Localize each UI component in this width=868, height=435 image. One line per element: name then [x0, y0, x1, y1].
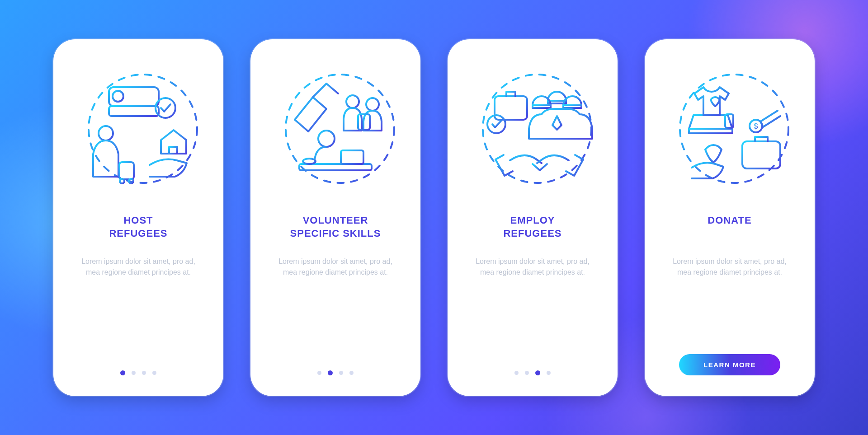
donate-icon: $: [662, 61, 797, 196]
screen-title: VOLUNTEER SPECIFIC SKILLS: [290, 214, 381, 241]
cta-footer: LEARN MORE: [645, 354, 815, 375]
svg-point-0: [89, 75, 197, 183]
dot[interactable]: [547, 371, 551, 375]
dot[interactable]: [142, 371, 146, 375]
svg-rect-26: [533, 105, 551, 108]
svg-point-24: [487, 115, 505, 133]
dot[interactable]: [132, 371, 136, 375]
pagination-dots: [53, 370, 223, 375]
onboarding-screen-host: HOST REFUGEES Lorem ipsum dolor sit amet…: [53, 39, 223, 396]
dot[interactable]: [514, 371, 519, 375]
screen-title: DONATE: [708, 214, 751, 241]
screen-title: EMPLOY REFUGEES: [503, 214, 561, 241]
screen-description: Lorem ipsum dolor sit amet, pro ad, mea …: [666, 256, 793, 279]
onboarding-screen-employ: EMPLOY REFUGEES Lorem ipsum dolor sit am…: [448, 39, 618, 396]
svg-point-11: [120, 179, 124, 183]
svg-point-20: [303, 159, 316, 164]
onboarding-screen-donate: $ DONATE Lorem ipsum dolor sit amet, pro…: [645, 39, 815, 396]
dot[interactable]: [339, 371, 343, 375]
onboarding-screen-volunteer: VOLUNTEER SPECIFIC SKILLS Lorem ipsum do…: [250, 39, 420, 396]
svg-rect-27: [563, 105, 581, 108]
learn-more-button[interactable]: LEARN MORE: [679, 354, 780, 375]
host-refugees-icon: [71, 61, 206, 196]
svg-point-17: [318, 131, 335, 147]
svg-point-5: [113, 91, 123, 102]
screen-description: Lorem ipsum dolor sit amet, pro ad, mea …: [272, 256, 399, 279]
svg-rect-9: [119, 162, 134, 179]
svg-rect-19: [341, 150, 363, 164]
screen-description: Lorem ipsum dolor sit amet, pro ad, mea …: [469, 256, 596, 279]
dot[interactable]: [120, 370, 125, 375]
svg-text:$: $: [754, 122, 758, 130]
screen-title: HOST REFUGEES: [109, 214, 167, 241]
svg-rect-7: [169, 147, 177, 154]
pagination-dots: [250, 370, 420, 375]
svg-rect-18: [299, 164, 372, 170]
svg-rect-1: [109, 87, 159, 106]
svg-point-15: [366, 98, 379, 111]
dot[interactable]: [317, 371, 321, 375]
dot[interactable]: [349, 371, 354, 375]
svg-rect-29: [689, 129, 732, 133]
dot[interactable]: [328, 370, 333, 375]
dot[interactable]: [152, 371, 156, 375]
svg-point-14: [346, 95, 359, 108]
employ-refugees-icon: [465, 61, 600, 196]
dot[interactable]: [535, 370, 540, 375]
svg-point-13: [286, 75, 394, 183]
pagination-dots: [448, 370, 618, 375]
screen-description: Lorem ipsum dolor sit amet, pro ad, mea …: [75, 256, 202, 279]
volunteer-skills-icon: [268, 61, 403, 196]
svg-rect-2: [109, 106, 159, 116]
svg-point-8: [99, 126, 113, 140]
dot[interactable]: [525, 371, 529, 375]
